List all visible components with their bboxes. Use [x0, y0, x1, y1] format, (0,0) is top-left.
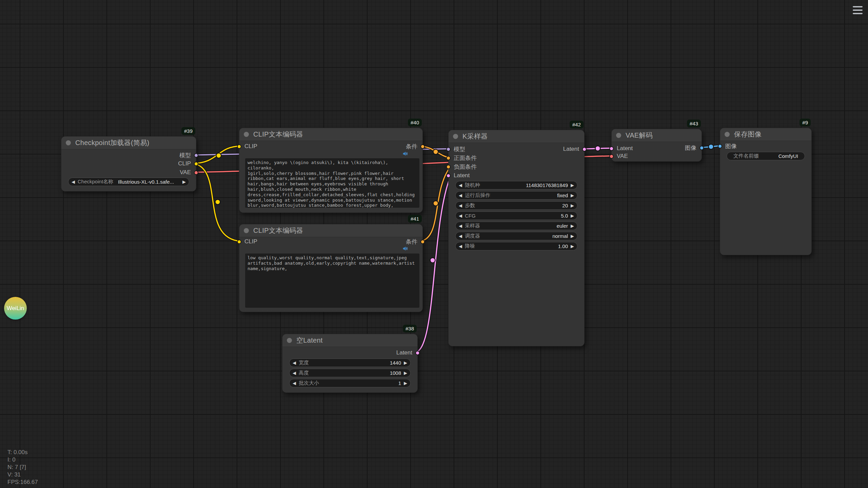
port-dot-latent[interactable]	[582, 147, 587, 151]
steps-widget[interactable]: 步数 20	[455, 201, 577, 210]
port-dot-latent[interactable]	[446, 174, 451, 178]
port-dot-image[interactable]	[718, 144, 722, 148]
link-dot-latent-out[interactable]	[595, 146, 600, 151]
seed-widget[interactable]: 随机种 114830176381849	[455, 181, 577, 189]
positive-prompt-textarea[interactable]: welchino, yanyo \(ogino atsuki\), kita \…	[245, 158, 419, 208]
scheduler-widget[interactable]: 调度器 normal	[455, 232, 577, 240]
input-port-clip[interactable]: CLIP	[237, 238, 257, 245]
node-empty-latent[interactable]: #38 空Latent Latent 宽度 1440 高度 1008 批次大小 …	[282, 334, 418, 393]
decrement-arrow-icon[interactable]	[459, 224, 462, 228]
port-dot-clip[interactable]	[237, 144, 241, 149]
speaker-icon[interactable]	[402, 246, 408, 251]
collapse-dot-icon[interactable]	[725, 132, 730, 137]
increment-arrow-icon[interactable]	[404, 371, 407, 375]
collapse-dot-icon[interactable]	[453, 134, 458, 139]
link-dot-latent-in[interactable]	[430, 258, 435, 263]
input-port-vae[interactable]: VAE	[609, 153, 628, 160]
node-ksampler[interactable]: #42 K采样器 模型 正面条件 负面条件 Latent Latent 随机种 …	[448, 130, 585, 346]
node-header[interactable]: CLIP文本编码器	[239, 128, 422, 141]
input-port-latent[interactable]: Latent	[446, 172, 470, 179]
input-port-model[interactable]: 模型	[446, 146, 465, 152]
increment-arrow-icon[interactable]	[182, 180, 186, 184]
menu-hamburger-icon[interactable]	[853, 6, 863, 14]
speaker-icon[interactable]	[402, 151, 408, 157]
node-checkpoint-loader[interactable]: #39 Checkpoint加载器(简易) 模型 CLIP VAE Checkp…	[61, 136, 196, 191]
node-header[interactable]: 保存图像	[720, 128, 811, 141]
collapse-dot-icon[interactable]	[287, 338, 292, 343]
collapse-dot-icon[interactable]	[66, 140, 71, 145]
port-dot-conditioning[interactable]	[446, 156, 451, 160]
port-dot-model[interactable]	[446, 147, 451, 151]
decrement-arrow-icon[interactable]	[459, 244, 462, 248]
output-port-latent[interactable]: Latent	[563, 146, 587, 152]
node-save-image[interactable]: #9 保存图像 图像 文件名前缀 ComfyUI	[720, 128, 812, 255]
decrement-arrow-icon[interactable]	[459, 214, 462, 218]
link-dot-cond-pos[interactable]	[433, 149, 438, 155]
node-clip-text-encode-negative[interactable]: #41 CLIP文本编码器 CLIP 条件 low quality,worst …	[239, 224, 423, 312]
decrement-arrow-icon[interactable]	[459, 234, 462, 238]
batch-size-widget[interactable]: 批次大小 1	[289, 379, 411, 387]
decrement-arrow-icon[interactable]	[72, 180, 75, 184]
collapse-dot-icon[interactable]	[244, 228, 249, 233]
width-widget[interactable]: 宽度 1440	[289, 359, 411, 367]
increment-arrow-icon[interactable]	[571, 183, 574, 187]
increment-arrow-icon[interactable]	[571, 203, 574, 208]
collapse-dot-icon[interactable]	[244, 132, 249, 137]
node-clip-text-encode-positive[interactable]: #40 CLIP文本编码器 CLIP 条件 welchino, yanyo \(…	[239, 128, 423, 213]
port-dot-clip[interactable]	[194, 162, 198, 166]
height-widget[interactable]: 高度 1008	[289, 369, 411, 377]
control-after-generate-widget[interactable]: 运行后操作 fixed	[455, 191, 577, 200]
node-header[interactable]: K采样器	[449, 130, 584, 143]
output-port-conditioning[interactable]: 条件	[406, 143, 425, 150]
port-dot-clip[interactable]	[237, 240, 241, 244]
node-header[interactable]: VAE解码	[612, 129, 702, 142]
link-dot-cond-neg[interactable]	[433, 201, 438, 206]
input-port-latent[interactable]: Latent	[609, 145, 633, 152]
cfg-widget[interactable]: CFG 5.0	[455, 211, 577, 220]
denoise-widget[interactable]: 降噪 1.00	[455, 242, 577, 250]
output-port-latent[interactable]: Latent	[396, 349, 420, 356]
checkpoint-name-widget[interactable]: Checkpoint名称 Illustrious-XL-v0.1.safe...	[68, 178, 189, 186]
decrement-arrow-icon[interactable]	[459, 203, 462, 208]
input-port-clip[interactable]: CLIP	[237, 143, 257, 150]
port-dot-vae[interactable]	[194, 170, 198, 175]
decrement-arrow-icon[interactable]	[293, 371, 296, 375]
decrement-arrow-icon[interactable]	[293, 381, 296, 385]
increment-arrow-icon[interactable]	[404, 361, 407, 365]
increment-arrow-icon[interactable]	[404, 381, 407, 385]
decrement-arrow-icon[interactable]	[459, 193, 462, 198]
port-dot-vae[interactable]	[609, 154, 614, 159]
node-header[interactable]: Checkpoint加载器(简易)	[61, 137, 196, 149]
decrement-arrow-icon[interactable]	[459, 183, 462, 187]
input-port-negative[interactable]: 负面条件	[446, 163, 477, 170]
output-port-conditioning[interactable]: 条件	[406, 238, 425, 245]
output-port-vae[interactable]: VAE	[180, 169, 198, 176]
link-dot-clip-neg[interactable]	[215, 200, 220, 205]
port-dot-conditioning[interactable]	[446, 165, 451, 169]
link-dot-clip-pos[interactable]	[216, 153, 221, 158]
increment-arrow-icon[interactable]	[571, 234, 574, 238]
node-vae-decode[interactable]: #43 VAE解码 Latent VAE 图像	[611, 129, 702, 162]
increment-arrow-icon[interactable]	[571, 193, 574, 198]
node-header[interactable]: CLIP文本编码器	[239, 224, 422, 237]
output-port-clip[interactable]: CLIP	[178, 160, 198, 167]
output-port-image[interactable]: 图像	[685, 144, 704, 151]
increment-arrow-icon[interactable]	[571, 214, 574, 218]
port-dot-latent[interactable]	[609, 146, 614, 151]
weilin-button[interactable]: WeiLin	[4, 297, 27, 320]
link-dot-image[interactable]	[709, 144, 714, 149]
decrement-arrow-icon[interactable]	[293, 361, 296, 365]
port-dot-conditioning[interactable]	[420, 144, 425, 149]
input-port-image[interactable]: 图像	[718, 143, 737, 149]
collapse-dot-icon[interactable]	[616, 133, 621, 138]
increment-arrow-icon[interactable]	[571, 244, 574, 248]
increment-arrow-icon[interactable]	[571, 224, 574, 228]
node-header[interactable]: 空Latent	[282, 334, 417, 347]
port-dot-model[interactable]	[194, 153, 198, 158]
input-port-positive[interactable]: 正面条件	[446, 155, 477, 161]
port-dot-conditioning[interactable]	[420, 240, 425, 244]
output-port-model[interactable]: 模型	[179, 152, 198, 159]
negative-prompt-textarea[interactable]: low quality,worst quality,normal quality…	[245, 253, 419, 308]
filename-prefix-widget[interactable]: 文件名前缀 ComfyUI	[727, 152, 805, 160]
sampler-widget[interactable]: 采样器 euler	[455, 222, 577, 230]
